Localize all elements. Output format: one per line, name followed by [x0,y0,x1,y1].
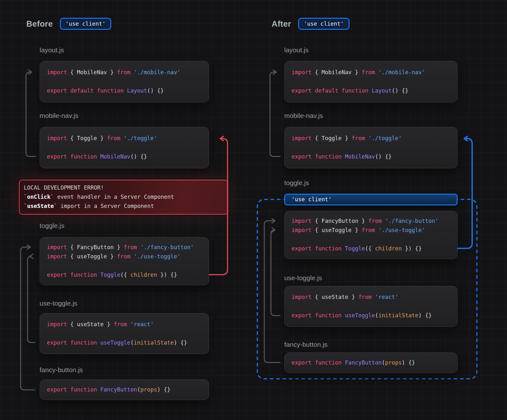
code-line: export function FancyButton(props) {} [292,358,457,367]
code-box-mobile-nav-before: import { Toggle } from './toggle' export… [40,127,209,168]
import-arrow-usetoggle-to-toggle-after [271,230,280,316]
code-line: export default function Layout() {} [292,86,457,95]
code-line: export function useToggle(initialState) … [292,311,457,320]
code-line [47,143,209,152]
code-line: import { Toggle } from './toggle' [292,134,457,143]
code-box-layout-before: import { MobileNav } from './mobile-nav'… [40,61,209,102]
file-label-toggle-after: toggle.js [284,179,309,187]
code-line: import { MobileNav } from './mobile-nav' [292,68,457,77]
file-label-use-toggle-after: use-toggle.js [284,274,322,282]
code-line [47,329,209,338]
code-line: import { useToggle } from './use-toggle' [292,226,457,235]
file-label-fancy-button-before: fancy-button.js [40,366,83,374]
after-header: After 'use client' [272,18,350,30]
code-line: import { useState } from 'react' [292,293,457,302]
use-client-directive-banner: 'use client' [284,194,458,205]
code-line: import { MobileNav } from './mobile-nav' [47,68,209,77]
use-client-badge-before: 'use client' [60,18,111,30]
code-line: export function useToggle(initialState) … [47,338,209,347]
code-line: import { FancyButton } from './fancy-but… [292,216,457,226]
code-line [292,235,457,244]
import-arrow-fancybutton-to-toggle-after [264,221,280,363]
code-box-fancy-button-before: export function FancyButton(props) {} [40,379,209,400]
file-label-use-toggle-before: use-toggle.js [40,300,77,307]
code-box-use-toggle-after: import { useState } from 'react' export … [284,286,458,327]
file-label-mobile-nav-before: mobile-nav.js [40,112,78,120]
code-box-toggle-before: import { FancyButton } from './fancy-but… [40,237,209,285]
code-box-toggle-after: import { FancyButton } from './fancy-but… [284,211,458,259]
file-label-toggle-before: toggle.js [40,222,64,229]
code-line: import { useState } from 'react' [47,320,209,329]
code-line [292,143,457,152]
code-box-layout-after: import { MobileNav } from './mobile-nav'… [284,61,458,102]
code-line: `useState` import in a Server Component [24,202,228,211]
code-line: export function Toggle({ children }) {} [47,270,209,280]
before-header: Before 'use client' [26,18,111,30]
code-line: export function FancyButton(props) {} [47,385,209,394]
code-box-mobile-nav-after: import { Toggle } from './toggle' export… [284,127,458,168]
code-line [292,302,457,311]
code-line [292,77,457,86]
code-line: import { FancyButton } from './fancy-but… [47,243,209,252]
import-arrow-mobilenav-to-layout-after [270,72,280,157]
file-label-mobile-nav-after: mobile-nav.js [284,112,323,120]
file-label-fancy-button-after: fancy-button.js [284,341,328,348]
code-line: export function MobileNav() {} [292,152,457,161]
code-line: `onClick` event handler in a Server Comp… [24,192,228,202]
client-arrow-toggle-to-mobilenav [458,139,472,249]
code-box-fancy-button-after: export function FancyButton(props) {} [284,352,458,373]
code-line [47,77,209,86]
code-box-use-toggle-before: import { useState } from 'react' export … [40,313,209,354]
code-line: export function Toggle({ children }) {} [292,244,457,253]
code-line: export function MobileNav() {} [47,152,209,161]
before-heading: Before [26,19,53,29]
code-line: export default function Layout() {} [47,86,209,95]
code-line: LOCAL DEVELOPMENT ERROR! [24,183,228,192]
error-box: LOCAL DEVELOPMENT ERROR!`onClick` event … [19,180,228,215]
use-client-badge-after: 'use client' [298,18,350,30]
import-arrow-mobilenav-to-layout-before [26,72,35,157]
import-arrow-fancybutton-to-toggle-before [21,247,35,390]
file-label-layout-after: layout.js [284,46,309,54]
code-line [47,261,209,270]
after-heading: After [272,19,291,29]
import-arrow-usetoggle-to-toggle-before [28,256,35,343]
diagram-canvas: Before 'use client' layout.js import { M… [0,0,507,420]
file-label-layout-before: layout.js [40,46,64,54]
code-line: import { useToggle } from './use-toggle' [47,252,209,261]
code-line: import { Toggle } from './toggle' [47,134,209,143]
